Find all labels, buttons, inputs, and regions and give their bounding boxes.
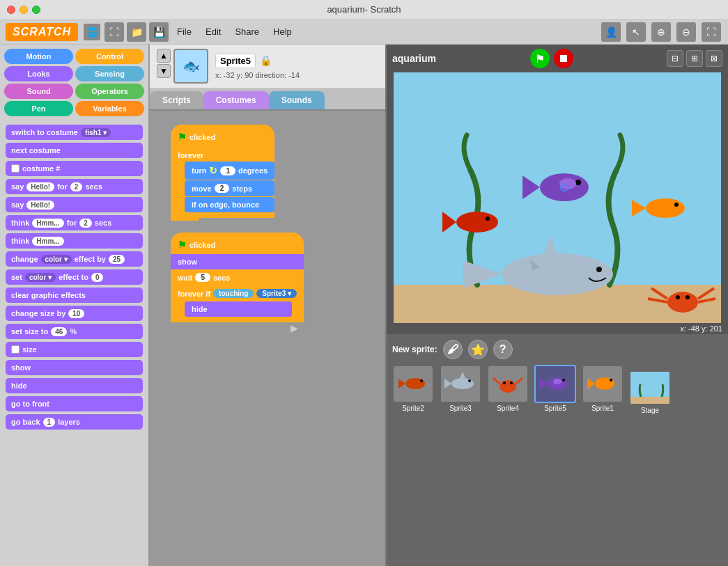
block-hide[interactable]: hide	[6, 378, 143, 393]
checkbox-costume[interactable]	[11, 164, 20, 173]
block-change-size[interactable]: change size by 10	[6, 306, 143, 321]
green-flag-button[interactable]: ⚑	[530, 49, 550, 68]
zoom-out-icon[interactable]: ⊖	[676, 22, 696, 42]
stage-title: aquarium	[392, 53, 436, 64]
maximize-button[interactable]	[32, 6, 40, 14]
paint-sprite-button[interactable]: 🖌	[443, 340, 463, 359]
block-clear-graphic-effects[interactable]: clear graphic effects	[6, 288, 143, 303]
sprite-label-sprite1: Sprite1	[591, 404, 614, 412]
save-icon[interactable]: 💾	[149, 22, 169, 42]
green-flag-icon-2: ⚑	[178, 239, 187, 251]
minimize-button[interactable]	[20, 6, 28, 14]
category-operators[interactable]: Operators	[75, 84, 144, 99]
stage-thumb-item[interactable]: Stage	[629, 370, 671, 414]
block-go-back[interactable]: go back 1 layers	[6, 414, 143, 430]
block-think-hmm[interactable]: think Hmm...	[6, 233, 143, 249]
tab-scripts[interactable]: Scripts	[150, 91, 203, 109]
show-block[interactable]: show	[171, 254, 304, 269]
globe-icon[interactable]: 🌐	[84, 24, 100, 40]
sprite-name-row: Sprite5 🔒	[215, 54, 300, 68]
scripts-area: ▲ ▼ 🐟 Sprite5 🔒 x: -32 y: 90 direction: …	[150, 45, 387, 566]
new-sprite-bar: New sprite: 🖌 ⭐ ?	[392, 340, 722, 359]
zoom-in-icon[interactable]: ⊕	[651, 22, 671, 42]
main-layout: Motion Control Looks Sensing Sound Opera…	[0, 45, 728, 566]
category-control[interactable]: Control	[75, 49, 144, 64]
wait-block[interactable]: wait 5 secs	[171, 269, 304, 285]
hat-block-1[interactable]: ⚑ clicked	[171, 125, 274, 146]
sprite-thumb-sprite3[interactable]	[440, 365, 481, 403]
expand-down-button[interactable]: ▼	[157, 64, 171, 78]
forever-inner: turn ↻ 1 degrees move 2 steps if on edge…	[185, 162, 274, 212]
block-show[interactable]: show	[6, 360, 143, 375]
menu-help[interactable]: Help	[266, 24, 299, 40]
svg-point-44	[553, 379, 562, 384]
sprite-thumb-sprite5[interactable]	[534, 365, 576, 403]
tab-costumes[interactable]: Costumes	[203, 91, 269, 109]
lock-icon[interactable]: 🔒	[260, 55, 272, 66]
stage-thumb-box[interactable]	[629, 370, 671, 405]
svg-point-16	[596, 267, 602, 272]
tab-sounds[interactable]: Sounds	[269, 91, 325, 109]
sprite-coords: x: -32 y: 90 direction: -14	[215, 71, 300, 79]
sprite-thumb-sprite4[interactable]	[487, 365, 529, 403]
turn-block[interactable]: turn ↻ 1 degrees	[185, 162, 274, 180]
block-say-hello[interactable]: say Hello!	[6, 197, 143, 212]
move-block[interactable]: move 2 steps	[185, 180, 274, 196]
hide-inner-block[interactable]: hide	[185, 301, 292, 317]
block-costume-num[interactable]: costume #	[6, 161, 143, 176]
block-set-color-effect[interactable]: set color ▾ effect to 0	[6, 269, 143, 285]
expand-up-button[interactable]: ▲	[157, 49, 171, 63]
scratch-logo: SCRATCH	[6, 23, 78, 41]
menu-share[interactable]: Share	[228, 24, 266, 40]
svg-point-35	[499, 380, 516, 393]
close-button[interactable]	[7, 6, 15, 14]
category-variables[interactable]: Variables	[75, 101, 144, 116]
category-sensing[interactable]: Sensing	[75, 66, 144, 81]
category-pen[interactable]: Pen	[4, 101, 73, 116]
sprite-item-sprite5[interactable]: Sprite5	[534, 365, 576, 412]
sprite-label-sprite4: Sprite4	[497, 404, 519, 412]
sprite-thumb-sprite2[interactable]	[392, 365, 434, 403]
folder-icon[interactable]: 📁	[127, 22, 146, 42]
block-go-to-front[interactable]: go to front	[6, 396, 143, 411]
stage-expand-buttons: ⊟ ⊞ ⊠	[667, 50, 722, 67]
sprite-controls: Sprite5 🔒 x: -32 y: 90 direction: -14	[215, 54, 300, 79]
fullscreen2-icon[interactable]: ⛶	[702, 22, 721, 42]
block-say-hello-secs[interactable]: say Hello! for 2 secs	[6, 179, 143, 194]
block-next-costume[interactable]: next costume	[6, 143, 143, 158]
sprite-item-sprite1[interactable]: Sprite1	[582, 365, 624, 412]
stop-button[interactable]: ⏹	[554, 49, 573, 68]
svg-point-23	[686, 295, 690, 299]
stage-normal-button[interactable]: ⊞	[686, 50, 703, 67]
category-looks[interactable]: Looks	[4, 66, 73, 81]
sprite-item-sprite3[interactable]: Sprite3	[440, 365, 481, 412]
sprite-thumb-sprite1[interactable]	[582, 365, 624, 403]
sprite-item-sprite4[interactable]: Sprite4	[487, 365, 529, 412]
block-switch-costume[interactable]: switch to costume fish1 ▾	[6, 125, 143, 140]
category-motion[interactable]: Motion	[4, 49, 73, 64]
forever-if-block[interactable]: forever if touching Sprite3 ▾ hide	[171, 285, 304, 322]
sprites-panel: New sprite: 🖌 ⭐ ? Sprite	[387, 334, 728, 566]
fullscreen-icon[interactable]: ⛶	[104, 22, 124, 42]
stage-large-button[interactable]: ⊠	[706, 50, 722, 67]
blocks-list: switch to costume fish1 ▾ next costume c…	[0, 120, 148, 566]
menu-file[interactable]: File	[170, 24, 199, 40]
block-change-color-effect[interactable]: change color ▾ effect by 25	[6, 251, 143, 267]
random-sprite-button[interactable]: ⭐	[468, 340, 488, 359]
edge-bounce-block[interactable]: if on edge, bounce	[185, 197, 274, 212]
category-sound[interactable]: Sound	[4, 84, 73, 99]
block-set-size[interactable]: set size to 46 %	[6, 324, 143, 339]
cursor-icon[interactable]: ↖	[626, 22, 646, 42]
user-icon[interactable]: 👤	[601, 22, 621, 42]
hat-block-2[interactable]: ⚑ clicked	[171, 233, 304, 254]
block-think-hmm-secs[interactable]: think Hmm... for 2 secs	[6, 215, 143, 230]
sprite-resize-controls: ▲ ▼	[157, 49, 171, 84]
stage-small-button[interactable]: ⊟	[667, 50, 683, 67]
menu-edit[interactable]: Edit	[199, 24, 228, 40]
forever-block[interactable]: forever turn ↻ 1 degrees move 2 steps	[171, 146, 274, 218]
checkbox-size[interactable]	[11, 345, 20, 354]
upload-sprite-button[interactable]: ?	[493, 340, 513, 359]
block-size[interactable]: size	[6, 342, 143, 357]
sprite-item-sprite2[interactable]: Sprite2	[392, 365, 434, 412]
svg-point-12	[502, 253, 613, 295]
